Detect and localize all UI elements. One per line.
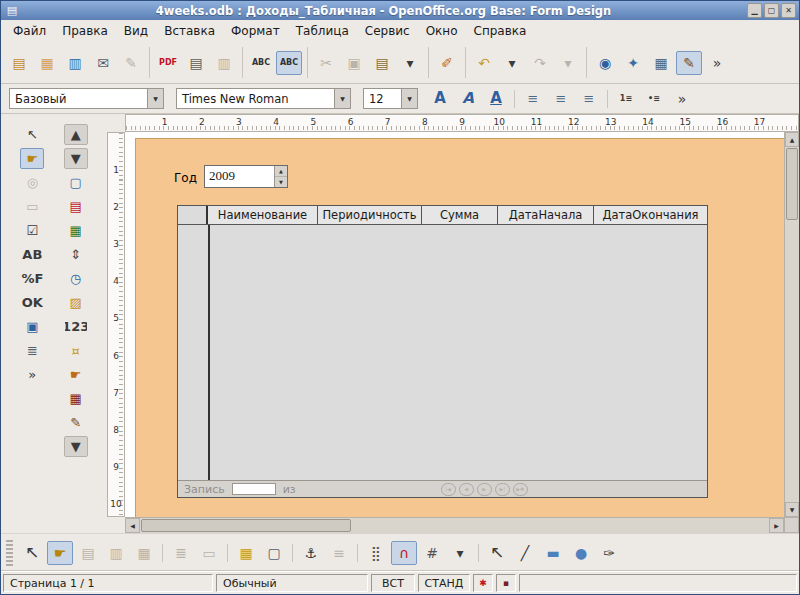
- email-icon[interactable]: ✉: [90, 51, 116, 75]
- toolbar-overflow-icon[interactable]: »: [20, 364, 44, 385]
- row-selector-header[interactable]: [178, 206, 208, 224]
- insert-mode[interactable]: ВСТ: [371, 574, 415, 592]
- paste-icon[interactable]: ▤: [369, 51, 395, 75]
- currency-field-icon[interactable]: ¤: [64, 340, 88, 361]
- scrollbar-thumb[interactable]: [786, 148, 798, 220]
- helplines-icon[interactable]: #: [419, 541, 445, 565]
- pattern-field-icon[interactable]: ☛: [64, 364, 88, 385]
- grid-dropdown-icon[interactable]: ▾: [447, 541, 473, 565]
- italic-icon[interactable]: А: [455, 87, 481, 111]
- align-center-icon[interactable]: ≡: [548, 87, 574, 111]
- pointer-icon[interactable]: ↖: [484, 541, 510, 565]
- vertical-scrollbar[interactable]: ▲ ▼: [784, 132, 799, 517]
- menu-item[interactable]: Окно: [418, 22, 466, 40]
- format-paintbrush-icon[interactable]: ✐: [434, 51, 460, 75]
- check-box-icon[interactable]: ☑: [20, 220, 44, 241]
- line-icon[interactable]: ╱: [512, 541, 538, 565]
- more-controls-icon[interactable]: ▼: [64, 436, 88, 457]
- export-pdf-icon[interactable]: PDF: [155, 51, 181, 75]
- formatted-field-icon[interactable]: %F: [20, 268, 44, 289]
- bullets-icon[interactable]: •≡: [641, 87, 667, 111]
- table-body[interactable]: [178, 225, 707, 480]
- save-icon[interactable]: ▥: [62, 51, 88, 75]
- hyperlink-icon[interactable]: ◉: [592, 51, 618, 75]
- vertical-ruler[interactable]: 12345678910: [107, 132, 125, 517]
- column-header[interactable]: ДатаНачала: [498, 206, 594, 224]
- menu-item[interactable]: Формат: [223, 22, 288, 40]
- push-button-icon[interactable]: ☛: [20, 148, 44, 169]
- scroll-down-icon[interactable]: ▼: [64, 148, 88, 169]
- label-field-icon[interactable]: AB: [20, 244, 44, 265]
- column-header[interactable]: Сумма: [422, 206, 498, 224]
- font-combobox[interactable]: Times New Roman ▼: [176, 88, 351, 109]
- scroll-left-icon[interactable]: ◀: [125, 518, 140, 533]
- image-button-icon[interactable]: ▣: [20, 316, 44, 337]
- table-control[interactable]: Наименование Периодичность Сумма ДатаНач…: [177, 205, 708, 498]
- select-icon[interactable]: ↖: [19, 541, 45, 565]
- horizontal-scrollbar[interactable]: ◀ ▶: [125, 517, 784, 533]
- undo-icon[interactable]: ↶: [471, 51, 497, 75]
- toolbar-overflow-icon[interactable]: »: [704, 51, 730, 75]
- form-background[interactable]: Год 2009 ▲ ▼ Наименование: [135, 138, 784, 517]
- maximize-button[interactable]: ▢: [764, 3, 779, 18]
- design-mode-icon[interactable]: ☛: [47, 541, 73, 565]
- table-icon[interactable]: ▦: [648, 51, 674, 75]
- titlebar[interactable]: ▤ 4weeks.odb : Доходы_Табличная - OpenOf…: [1, 1, 799, 20]
- select-frame-icon[interactable]: ▢: [261, 541, 287, 565]
- dropdown-icon[interactable]: ▼: [147, 89, 163, 108]
- date-field-icon[interactable]: ▦: [64, 388, 88, 409]
- bold-icon[interactable]: А: [427, 87, 453, 111]
- underline-icon[interactable]: А: [483, 87, 509, 111]
- anchor-icon[interactable]: ⚓: [298, 541, 324, 565]
- scroll-down-icon[interactable]: ▼: [785, 502, 799, 517]
- close-button[interactable]: ✕: [781, 3, 796, 18]
- group-box-icon[interactable]: ▢: [64, 172, 88, 193]
- year-spinfield[interactable]: 2009 ▲ ▼: [204, 165, 288, 188]
- numeric-field-icon[interactable]: 123: [64, 316, 88, 337]
- navigator-icon[interactable]: ✦: [620, 51, 646, 75]
- spin-down-icon[interactable]: ▼: [275, 176, 287, 187]
- dropdown-icon[interactable]: ▼: [401, 89, 417, 108]
- scroll-up-icon[interactable]: ▲: [785, 132, 799, 147]
- minimize-button[interactable]: ▁: [747, 3, 762, 18]
- snap-to-grid-icon[interactable]: ∩: [391, 541, 417, 565]
- scrollbar-thumb[interactable]: [141, 519, 351, 532]
- menu-item[interactable]: Вид: [116, 22, 156, 40]
- menu-item[interactable]: Сервис: [357, 22, 418, 40]
- new-document-icon[interactable]: ▤: [6, 51, 32, 75]
- combo-box-icon[interactable]: ▤: [64, 196, 88, 217]
- ok-button-icon[interactable]: OK: [20, 292, 44, 313]
- select-icon[interactable]: ↖: [20, 124, 44, 145]
- numbering-icon[interactable]: 1≡: [613, 87, 639, 111]
- column-header[interactable]: Периодичность: [318, 206, 422, 224]
- table-control-icon[interactable]: ✎: [64, 412, 88, 433]
- undo-dropdown-icon[interactable]: ▾: [499, 51, 525, 75]
- align-left-icon[interactable]: ≡: [520, 87, 546, 111]
- list-box-icon[interactable]: ≣: [20, 340, 44, 361]
- column-header[interactable]: Наименование: [208, 206, 318, 224]
- open-icon[interactable]: ▦: [34, 51, 60, 75]
- selection-mode[interactable]: СТАНД: [418, 574, 470, 592]
- menu-item[interactable]: Вставка: [156, 22, 223, 40]
- time-field-icon[interactable]: ◷: [64, 268, 88, 289]
- freeform-line-icon[interactable]: ✑: [596, 541, 622, 565]
- spin-button-icon[interactable]: ⇕: [64, 244, 88, 265]
- scroll-up-icon[interactable]: ▲: [64, 124, 88, 145]
- image-control-icon[interactable]: ▦: [64, 220, 88, 241]
- page-style[interactable]: Обычный: [216, 574, 368, 592]
- record-number-input[interactable]: [232, 483, 276, 495]
- form-design-canvas[interactable]: Год 2009 ▲ ▼ Наименование: [125, 132, 784, 517]
- toolbar-overflow-icon[interactable]: »: [669, 87, 695, 111]
- display-grid-icon[interactable]: ⣿: [363, 541, 389, 565]
- spellcheck-icon[interactable]: ABC: [248, 51, 274, 75]
- form-design-icon[interactable]: ✎: [676, 51, 702, 75]
- menu-item[interactable]: Файл: [5, 22, 54, 40]
- ellipse-icon[interactable]: ●: [568, 541, 594, 565]
- spin-up-icon[interactable]: ▲: [275, 166, 287, 176]
- menu-item[interactable]: Таблица: [288, 22, 357, 40]
- toolbox-icon[interactable]: ▦: [233, 541, 259, 565]
- style-combobox[interactable]: Базовый ▼: [9, 88, 164, 109]
- font-size-combobox[interactable]: 12 ▼: [363, 88, 418, 109]
- print-icon[interactable]: ▤: [183, 51, 209, 75]
- horizontal-ruler[interactable]: 1234567891011121314151617: [125, 114, 799, 132]
